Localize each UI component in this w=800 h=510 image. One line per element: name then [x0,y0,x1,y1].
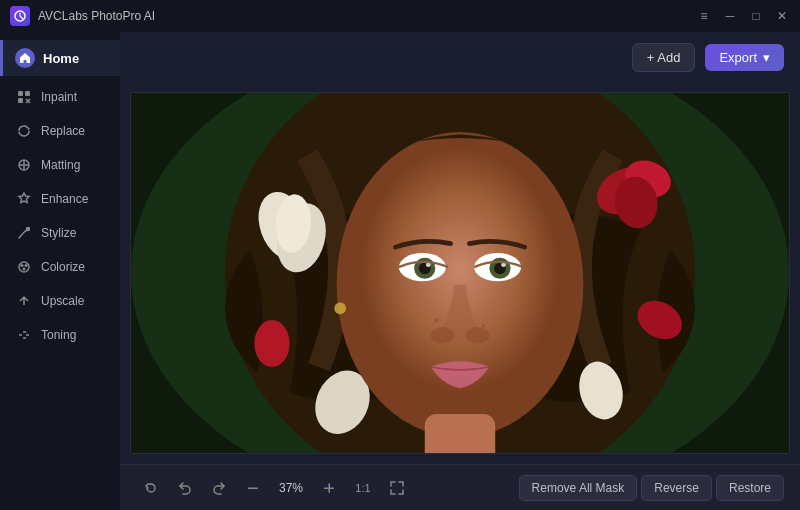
window-controls: ≡ ─ □ ✕ [696,8,790,24]
svg-point-8 [25,264,28,267]
restore-button[interactable]: Restore [716,475,784,501]
colorize-label: Colorize [41,260,85,274]
upscale-icon [15,292,33,310]
sidebar-item-upscale[interactable]: Upscale [0,284,120,318]
minimize-button[interactable]: ─ [722,8,738,24]
sidebar-item-colorize[interactable]: Colorize [0,250,120,284]
matting-icon [15,156,33,174]
content-area: + Add Export ▾ [120,32,800,510]
svg-point-40 [466,327,490,343]
inpaint-label: Inpaint [41,90,77,104]
enhance-label: Enhance [41,192,88,206]
export-label: Export [719,50,757,65]
stylize-icon [15,224,33,242]
svg-point-23 [254,320,289,367]
fit-screen-button[interactable] [382,473,412,503]
image-container [130,92,790,454]
svg-rect-2 [25,91,30,96]
export-chevron-icon: ▾ [763,50,770,65]
rotate-left-button[interactable] [136,473,166,503]
sidebar-item-toning[interactable]: Toning [0,318,120,352]
home-icon [15,48,35,68]
app-title: AVCLabs PhotoPro AI [38,9,696,23]
maximize-button[interactable]: □ [748,8,764,24]
sidebar-item-enhance[interactable]: Enhance [0,182,120,216]
toning-icon [15,326,33,344]
close-button[interactable]: ✕ [774,8,790,24]
svg-rect-1 [18,91,23,96]
sidebar-item-stylize[interactable]: Stylize [0,216,120,250]
bottom-toolbar: 37% 1:1 Remove All Mask Reverse Restore [120,464,800,510]
sidebar-item-inpaint[interactable]: Inpaint [0,80,120,114]
toning-label: Toning [41,328,76,342]
sidebar-item-home[interactable]: Home [0,40,120,76]
svg-point-28 [482,324,486,328]
svg-rect-42 [248,487,258,489]
portrait-image [131,93,789,453]
hamburger-menu-icon[interactable]: ≡ [696,8,712,24]
stylize-label: Stylize [41,226,76,240]
inpaint-icon [15,88,33,106]
svg-point-27 [434,318,439,323]
one-to-one-button[interactable]: 1:1 [348,473,378,503]
redo-button[interactable] [204,473,234,503]
replace-icon [15,122,33,140]
sidebar-home-label: Home [43,51,79,66]
svg-point-7 [21,264,24,267]
matting-label: Matting [41,158,80,172]
svg-point-41 [334,302,346,314]
main-layout: Home Inpaint Replace [0,32,800,510]
svg-point-39 [431,327,455,343]
colorize-icon [15,258,33,276]
svg-point-9 [23,268,26,271]
zoom-level: 37% [272,481,310,495]
zoom-in-button[interactable] [314,473,344,503]
undo-button[interactable] [170,473,200,503]
canvas-area[interactable] [120,82,800,464]
upscale-label: Upscale [41,294,84,308]
replace-label: Replace [41,124,85,138]
svg-rect-3 [18,98,23,103]
svg-rect-44 [329,483,331,493]
enhance-icon [15,190,33,208]
svg-rect-26 [425,414,496,453]
sidebar: Home Inpaint Replace [0,32,120,510]
svg-point-5 [27,228,30,231]
title-bar: AVCLabs PhotoPro AI ≡ ─ □ ✕ [0,0,800,32]
zoom-out-button[interactable] [238,473,268,503]
reverse-button[interactable]: Reverse [641,475,712,501]
one-to-one-label: 1:1 [355,482,370,494]
export-button[interactable]: Export ▾ [705,44,784,71]
app-logo [10,6,30,26]
sidebar-item-matting[interactable]: Matting [0,148,120,182]
sidebar-item-replace[interactable]: Replace [0,114,120,148]
add-button[interactable]: + Add [632,43,696,72]
remove-all-mask-button[interactable]: Remove All Mask [519,475,638,501]
top-toolbar: + Add Export ▾ [120,32,800,82]
